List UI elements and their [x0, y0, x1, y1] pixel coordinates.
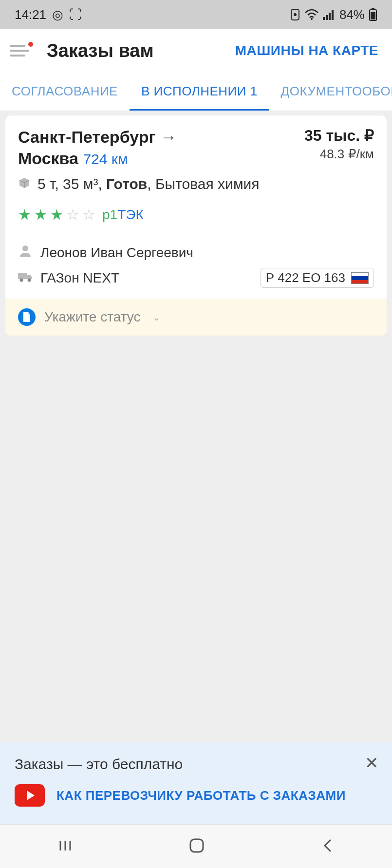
- order-card[interactable]: Санкт-Петербург → Москва 724 км 35 тыс. …: [5, 115, 387, 336]
- tab-documents[interactable]: ДОКУМЕНТООБОР: [269, 72, 392, 111]
- person-icon: [18, 244, 33, 261]
- android-nav-bar: [0, 824, 392, 868]
- nfc-icon: [290, 8, 300, 21]
- cargo-specs: 5 т, 35 м³,: [37, 176, 106, 192]
- close-icon[interactable]: ✕: [365, 753, 378, 773]
- status-label: Укажите статус: [44, 309, 141, 325]
- plate-number: Р 422 ЕО 163: [266, 270, 345, 285]
- svg-point-2: [311, 18, 313, 20]
- driver-name: Леонов Иван Сергеевич: [40, 245, 193, 261]
- flag-ru-icon: [351, 272, 369, 284]
- license-plate: Р 422 ЕО 163: [261, 268, 374, 288]
- nav-back-button[interactable]: [321, 838, 335, 855]
- star-icon: ★: [34, 206, 47, 223]
- svg-point-10: [22, 245, 28, 251]
- box-icon: [18, 176, 31, 192]
- battery-icon: [369, 8, 377, 21]
- svg-rect-9: [371, 12, 375, 19]
- page-title: Заказы вам: [47, 40, 235, 61]
- nav-home-button[interactable]: [188, 837, 205, 856]
- status-time: 14:21: [15, 7, 46, 22]
- notification-dot-icon: [28, 42, 33, 47]
- route: Санкт-Петербург → Москва 724 км: [18, 126, 177, 169]
- order-price: 35 тыс. ₽: [304, 126, 374, 145]
- banner-title: Заказы — это бесплатно: [15, 756, 377, 773]
- order-price-per-km: 48.3 ₽/км: [304, 147, 374, 162]
- svg-rect-11: [18, 273, 27, 279]
- menu-button[interactable]: [10, 39, 33, 62]
- svg-rect-8: [372, 8, 374, 10]
- svg-rect-4: [326, 15, 328, 20]
- vehicle-row: ГАЗон NEXT Р 422 ЕО 163: [18, 268, 374, 288]
- arrow-icon: →: [160, 128, 177, 146]
- svg-point-12: [20, 278, 23, 282]
- document-icon: [18, 308, 36, 326]
- status-app-icon: ◎: [52, 7, 63, 22]
- signal-icon: [323, 9, 336, 20]
- content-area: Санкт-Петербург → Москва 724 км 35 тыс. …: [0, 111, 392, 742]
- star-icon: ★: [50, 206, 63, 223]
- info-banner: ✕ Заказы — это бесплатно КАК ПЕРЕВОЗЧИКУ…: [0, 742, 392, 824]
- svg-rect-5: [329, 13, 331, 20]
- driver-row: Леонов Иван Сергеевич: [18, 244, 374, 261]
- rating-row: ★ ★ ★ ☆ ☆ p1ТЭК: [18, 206, 374, 223]
- status-bar: 14:21 ◎ ⛶ 84%: [0, 0, 392, 29]
- status-selector[interactable]: Укажите статус ⌄: [5, 299, 387, 336]
- cargo-status: Готов: [106, 176, 147, 192]
- app-header: Заказы вам МАШИНЫ НА КАРТЕ: [0, 29, 392, 72]
- status-screen-icon: ⛶: [69, 7, 82, 22]
- tab-approval[interactable]: СОГЛАСОВАНИЕ: [0, 72, 130, 111]
- route-from: Санкт-Петербург: [18, 128, 156, 146]
- star-empty-icon: ☆: [82, 206, 95, 223]
- wifi-icon: [304, 9, 319, 20]
- truck-icon: [18, 270, 33, 286]
- svg-rect-17: [190, 839, 203, 852]
- route-distance: 724 км: [83, 151, 128, 167]
- tab-in-progress[interactable]: В ИСПОЛНЕНИИ 1: [130, 72, 269, 111]
- svg-rect-6: [332, 10, 334, 20]
- vehicle-name: ГАЗон NEXT: [40, 270, 119, 286]
- chevron-down-icon: ⌄: [152, 311, 161, 323]
- route-to: Москва: [18, 149, 78, 168]
- svg-point-1: [294, 13, 297, 16]
- svg-rect-3: [323, 17, 325, 20]
- company-name: p1ТЭК: [102, 207, 144, 223]
- map-link[interactable]: МАШИНЫ НА КАРТЕ: [235, 43, 378, 58]
- banner-link[interactable]: КАК ПЕРЕВОЗЧИКУ РАБОТАТЬ С ЗАКАЗАМИ: [56, 788, 346, 803]
- star-icon: ★: [18, 206, 31, 223]
- nav-recent-button[interactable]: [57, 838, 73, 855]
- star-empty-icon: ☆: [66, 206, 79, 223]
- svg-point-13: [28, 278, 31, 282]
- cargo-info: 5 т, 35 м³, Готов, Бытовая химия: [18, 176, 374, 192]
- youtube-icon[interactable]: [15, 784, 45, 807]
- battery-percent: 84%: [339, 7, 365, 22]
- tabs: СОГЛАСОВАНИЕ В ИСПОЛНЕНИИ 1 ДОКУМЕНТООБО…: [0, 72, 392, 111]
- cargo-type: , Бытовая химия: [147, 176, 259, 192]
